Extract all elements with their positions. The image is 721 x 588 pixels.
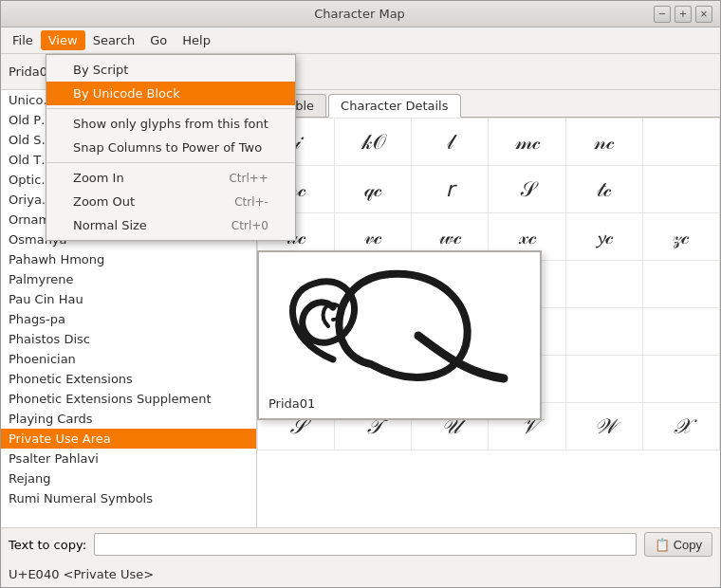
- view-menu-dropdown: By Script By Unicode Block Show only gly…: [46, 54, 296, 241]
- menu-search[interactable]: Search: [85, 30, 143, 50]
- table-row[interactable]: [565, 308, 642, 356]
- copy-label: Copy: [674, 538, 702, 552]
- menu-item-zoom-out[interactable]: Zoom Out Ctrl+-: [46, 190, 295, 213]
- table-row[interactable]: 𝓆𝒸: [335, 166, 412, 213]
- menu-item-by-unicode-block[interactable]: By Unicode Block: [46, 82, 295, 105]
- sidebar-item-rejang[interactable]: Rejang: [1, 469, 256, 488]
- sidebar-item-phags-pa[interactable]: Phags-pa: [1, 309, 256, 329]
- window-controls: − + ×: [654, 6, 712, 23]
- menu-file[interactable]: File: [5, 30, 41, 50]
- menu-separator-1: [46, 108, 295, 109]
- table-row[interactable]: 𝔂𝒸: [565, 213, 642, 261]
- table-row[interactable]: [642, 261, 719, 308]
- menu-view[interactable]: View: [41, 30, 85, 50]
- text-to-copy-label: Text to copy:: [9, 538, 86, 552]
- menubar: File View Search Go Help By Script By Un…: [1, 28, 720, 54]
- close-button[interactable]: ×: [695, 6, 712, 23]
- menu-separator-2: [46, 162, 295, 163]
- sidebar-item-pahawh-hmong[interactable]: Pahawh Hmong: [1, 249, 256, 269]
- sidebar-item-phonetic-ext[interactable]: Phonetic Extensions: [1, 369, 256, 389]
- table-row[interactable]: 𝓉𝒸: [565, 166, 642, 213]
- sidebar-item-playing-cards[interactable]: Playing Cards: [1, 409, 256, 429]
- table-row[interactable]: 𝒳: [642, 403, 719, 450]
- table-row[interactable]: 𝓏𝒸: [642, 213, 719, 261]
- char-table-container[interactable]: 𝒿 𝓀𝒪 𝓁 𝓂𝒸 𝓃𝒸 𝓅𝒸 𝓆𝒸 r 𝒮: [257, 118, 720, 527]
- char-code-text: U+E040 <Private Use>: [9, 567, 154, 581]
- sidebar-item-palmyrene[interactable]: Palmyrene: [1, 269, 256, 289]
- table-row[interactable]: [565, 261, 642, 308]
- minimize-button[interactable]: −: [654, 6, 671, 23]
- table-row[interactable]: [642, 356, 719, 403]
- table-row[interactable]: 𝒲: [565, 403, 642, 450]
- tab-char-details[interactable]: Character Details: [328, 94, 460, 118]
- table-row[interactable]: r: [412, 166, 489, 213]
- char-code-row: U+E040 <Private Use>: [9, 560, 712, 587]
- sidebar-item-psalter-pahlavi[interactable]: Psalter Pahlavi: [1, 449, 256, 469]
- copy-button[interactable]: 📋 Copy: [644, 532, 712, 557]
- menu-go[interactable]: Go: [142, 30, 175, 50]
- sidebar-item-pau-cin-hau[interactable]: Pau Cin Hau: [1, 289, 256, 309]
- table-row[interactable]: 𝓁: [412, 119, 489, 166]
- sidebar-item-private-use-area[interactable]: Private Use Area: [1, 429, 256, 449]
- menu-item-normal-size[interactable]: Normal Size Ctrl+0: [46, 213, 295, 237]
- char-preview-popup: Prida01: [257, 250, 542, 420]
- sidebar-item-rumi-numeral[interactable]: Rumi Numeral Symbols: [1, 488, 256, 508]
- sidebar-item-phoenician[interactable]: Phoenician: [1, 349, 256, 369]
- menu-item-by-script[interactable]: By Script: [46, 58, 295, 82]
- char-preview-glyph: [267, 260, 532, 393]
- text-to-copy-input[interactable]: [94, 533, 637, 556]
- table-row[interactable]: 𝒮: [489, 166, 565, 213]
- app-window: Character Map − + × File View Search Go …: [0, 0, 721, 588]
- table-row[interactable]: 𝓃𝒸: [565, 119, 642, 166]
- sidebar-item-phaistos-disc[interactable]: Phaistos Disc: [1, 329, 256, 349]
- text-to-copy-row: Text to copy: 📋 Copy: [9, 528, 712, 560]
- table-row[interactable]: [642, 308, 719, 356]
- menu-help[interactable]: Help: [175, 30, 218, 50]
- statusbar: Text to copy: 📋 Copy U+E040 <Private Use…: [1, 527, 720, 587]
- titlebar: Character Map − + ×: [1, 1, 720, 28]
- sidebar-item-phonetic-ext-sup[interactable]: Phonetic Extensions Supplement: [1, 389, 256, 409]
- preview-svg: [276, 265, 523, 388]
- right-panel: r Table Character Details 𝒿 𝓀𝒪 𝓁 𝓂𝒸 𝓃𝒸: [257, 90, 720, 527]
- copy-icon: 📋: [655, 538, 670, 552]
- table-row[interactable]: [642, 119, 719, 166]
- table-row[interactable]: 𝓀𝒪: [335, 119, 412, 166]
- tabs-bar: r Table Character Details: [257, 90, 720, 118]
- window-title: Character Map: [65, 7, 654, 21]
- menu-item-snap-columns[interactable]: Snap Columns to Power of Two: [46, 136, 295, 159]
- maximize-button[interactable]: +: [675, 6, 692, 23]
- char-preview-name: Prida01: [267, 393, 532, 411]
- normal-size-shortcut: Ctrl+0: [231, 219, 268, 232]
- table-row[interactable]: [565, 356, 642, 403]
- menu-item-show-only-glyphs[interactable]: Show only glyphs from this font: [46, 112, 295, 136]
- menu-item-zoom-in[interactable]: Zoom In Ctrl++: [46, 166, 295, 190]
- table-row[interactable]: [642, 166, 719, 213]
- zoom-in-shortcut: Ctrl++: [229, 172, 268, 185]
- table-row[interactable]: 𝓂𝒸: [489, 119, 565, 166]
- zoom-out-shortcut: Ctrl+-: [234, 195, 268, 209]
